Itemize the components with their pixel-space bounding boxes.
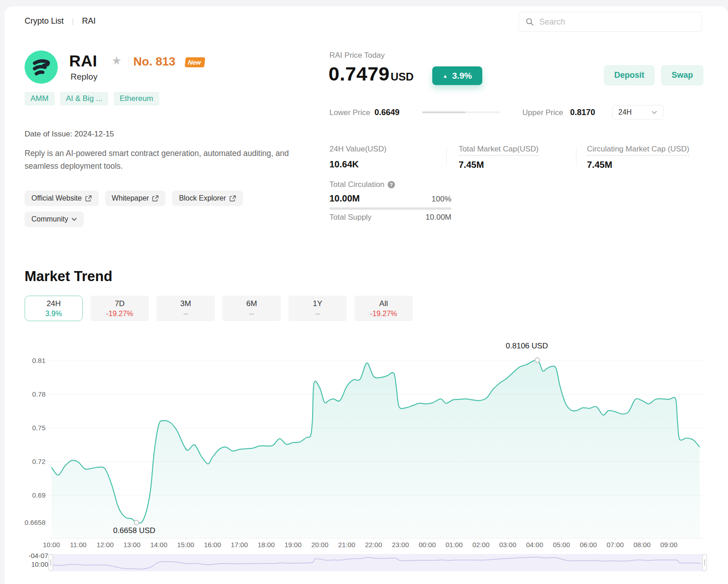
scrubber-date-line1: -04-07 (16, 551, 48, 560)
scrubber-date-label: -04-07 10:00 (16, 551, 48, 569)
x-axis-label: 19:00 (284, 541, 302, 549)
y-axis-label: 0.69 (32, 491, 46, 499)
chevron-down-icon (652, 111, 657, 114)
x-axis-label: 13:00 (123, 541, 141, 549)
price-range-fill (422, 111, 465, 113)
total-circulation-label: Total Circulation (329, 180, 384, 189)
trend-tab-change: -- (249, 310, 254, 318)
timeframe-select[interactable]: 24H (612, 105, 663, 120)
x-axis-label: 22:00 (365, 541, 382, 549)
trend-tab-label: 3M (180, 299, 191, 308)
total-supply-label: Total Supply (329, 213, 372, 222)
chevron-down-icon (71, 217, 77, 221)
max-annotation: 0.8106 USD (506, 342, 548, 350)
token-name: Reploy (71, 72, 97, 82)
timeframe-value: 24H (618, 108, 632, 116)
upper-price-label: Upper Price (522, 108, 563, 117)
trend-tab-all[interactable]: All-19.27% (354, 296, 413, 321)
stat-total-market-cap-usd-: Total Market Cap(USD)7.45M (459, 145, 539, 170)
x-axis-label: 20:00 (311, 541, 329, 549)
up-triangle-icon: ▲ (443, 73, 448, 79)
x-axis-label: 11:00 (70, 541, 86, 549)
x-axis-label: 01:00 (445, 541, 463, 549)
help-icon[interactable]: ? (388, 181, 395, 188)
stat-24h-value-usd-: 24H Value(USD)10.64K (329, 145, 386, 170)
stat-circulating-market-cap-usd-: Circulating Market Cap (USD)7.45M (587, 145, 689, 170)
trend-tab-1y[interactable]: 1Y-- (288, 296, 347, 321)
trend-tab-label: All (379, 299, 388, 308)
official-website-link[interactable]: Official Website (25, 191, 99, 206)
trend-tab-7d[interactable]: 7D-19.27% (91, 296, 149, 321)
trend-tab-label: 6M (246, 299, 257, 308)
new-badge: New (185, 57, 205, 67)
x-axis-label: 02:00 (472, 541, 490, 549)
trend-tabs: 24H3.9%7D-19.27%3M--6M--1Y--All-19.27% (25, 296, 413, 321)
action-buttons: Deposit Swap (604, 65, 703, 86)
stat-label[interactable]: Circulating Market Cap (USD) (587, 145, 689, 156)
token-tag[interactable]: AI & Big ... (60, 92, 108, 106)
link-label: Official Website (31, 194, 82, 202)
external-link-icon (152, 195, 159, 202)
trend-tab-change: -19.27% (106, 310, 133, 318)
price-today-label: RAI Price Today (329, 51, 385, 60)
total-supply-value: 10.00M (425, 213, 451, 222)
y-axis-label: 0.6658 (25, 519, 46, 526)
stat-value: 10.64K (329, 159, 386, 170)
y-axis-label: 0.78 (32, 390, 46, 398)
x-axis-label: 17:00 (231, 541, 248, 549)
total-circulation-label-row: Total Circulation ? (329, 180, 395, 189)
min-annotation: 0.6658 USD (113, 526, 156, 535)
deposit-button[interactable]: Deposit (604, 65, 655, 86)
trend-tab-label: 24H (46, 299, 61, 308)
trend-tab-change: -- (315, 310, 320, 318)
x-axis-label: 06:00 (580, 541, 597, 549)
block-explorer-link[interactable]: Block Explorer (172, 191, 243, 206)
x-axis-label: 05:00 (553, 541, 570, 549)
breadcrumb: Crypto List | RAI (25, 16, 96, 26)
trend-tab-3m[interactable]: 3M-- (157, 296, 215, 321)
x-axis-label: 16:00 (204, 541, 221, 549)
token-tag[interactable]: Ethereum (114, 92, 159, 106)
price-currency: USD (391, 70, 414, 83)
external-link-icon (229, 195, 236, 202)
lower-price-label: Lower Price (329, 108, 370, 117)
stat-label: 24H Value(USD) (329, 145, 386, 155)
stat-value: 7.45M (587, 160, 689, 170)
favorite-star-icon[interactable]: ★ (111, 55, 121, 66)
trend-tab-change: -- (183, 310, 188, 318)
lower-price-value: 0.6649 (374, 108, 399, 117)
date-of-issue: Date of Issue: 2024-12-15 (25, 130, 114, 139)
trend-tab-label: 1Y (313, 299, 323, 308)
price-row: 0.7479 USD (329, 63, 414, 85)
swap-button[interactable]: Swap (661, 65, 703, 86)
x-axis-label: 09:00 (660, 541, 677, 549)
search-box[interactable] (519, 12, 702, 32)
community-button[interactable]: Community (25, 211, 84, 227)
token-tags: AMMAI & Big ...Ethereum (25, 92, 159, 106)
x-axis-label: 08:00 (633, 541, 651, 549)
stat-value: 7.45M (459, 160, 539, 170)
external-link-icon (85, 195, 92, 202)
price-chart[interactable]: 0.810.780.750.720.690.665810:0011:0012:0… (0, 337, 728, 584)
stat-divider (446, 147, 447, 166)
whitepaper-link[interactable]: Whitepaper (105, 191, 166, 206)
search-input[interactable] (538, 17, 695, 27)
community-label: Community (31, 215, 68, 223)
trend-tab-6m[interactable]: 6M-- (222, 296, 281, 321)
header-divider (128, 56, 129, 68)
min-point-marker (134, 520, 139, 525)
y-axis-label: 0.81 (32, 357, 46, 364)
stat-divider (576, 147, 576, 166)
breadcrumb-crypto-list[interactable]: Crypto List (25, 16, 64, 26)
stat-label[interactable]: Total Market Cap(USD) (459, 145, 539, 156)
y-axis-label: 0.75 (32, 424, 46, 432)
breadcrumb-divider: | (72, 17, 74, 25)
breadcrumb-current: RAI (82, 16, 96, 26)
token-tag[interactable]: AMM (25, 92, 55, 106)
x-axis-label: 12:00 (96, 541, 114, 549)
x-axis-label: 00:00 (419, 541, 436, 549)
y-axis-label: 0.72 (32, 458, 46, 465)
scrubber-track[interactable] (50, 554, 705, 571)
x-axis-label: 10:00 (43, 541, 60, 549)
trend-tab-24h[interactable]: 24H3.9% (25, 296, 83, 321)
